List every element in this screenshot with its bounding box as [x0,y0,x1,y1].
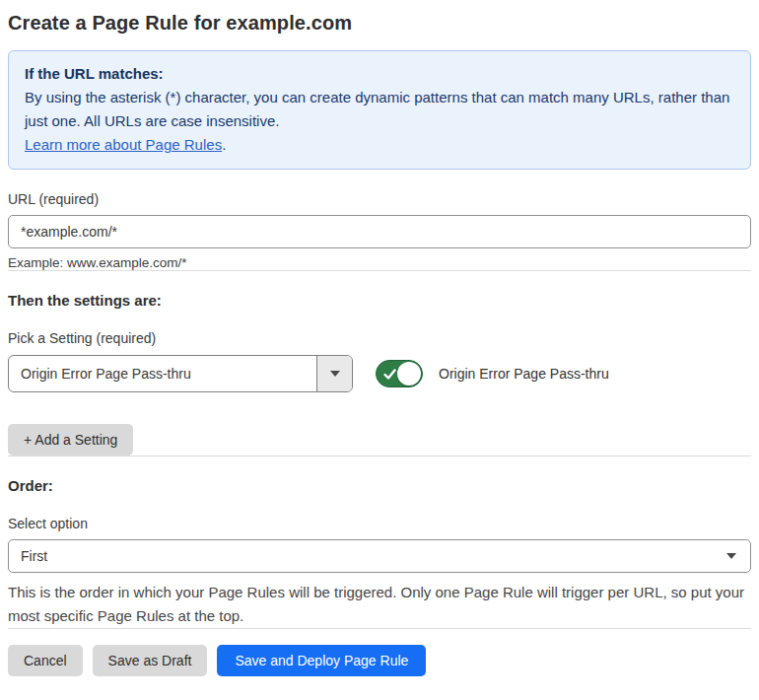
setting-dropdown-arrow-button[interactable] [316,356,352,391]
order-section-heading: Order: [8,477,751,494]
url-match-info-box: If the URL matches: By using the asteris… [8,50,751,170]
url-input[interactable] [8,215,751,248]
info-box-heading: If the URL matches: [25,62,734,86]
add-setting-button[interactable]: + Add a Setting [8,424,133,455]
url-field-label: URL (required) [8,191,751,207]
cancel-button[interactable]: Cancel [8,645,83,676]
settings-section-heading: Then the settings are: [8,292,751,309]
setting-row: Origin Error Page Pass-thru Origin Error… [8,355,751,392]
order-select[interactable]: First [8,539,751,573]
learn-more-link[interactable]: Learn more about Page Rules [25,136,222,153]
setting-toggle[interactable] [376,360,423,387]
link-suffix: . [222,136,226,153]
footer-actions: Cancel Save as Draft Save and Deploy Pag… [8,645,751,676]
save-as-draft-button[interactable]: Save as Draft [93,645,208,676]
order-select-label: Select option [8,516,751,531]
check-icon [383,368,396,381]
setting-dropdown-value: Origin Error Page Pass-thru [9,356,316,391]
setting-toggle-label: Origin Error Page Pass-thru [439,366,609,382]
create-page-rule-form: Create a Page Rule for example.com If th… [0,0,759,676]
pick-setting-label: Pick a Setting (required) [8,330,751,346]
order-help-text: This is the order in which your Page Rul… [8,581,747,628]
info-box-link-line: Learn more about Page Rules. [25,133,734,157]
divider [8,455,751,456]
order-select-value: First [9,540,750,572]
toggle-knob [397,362,421,385]
setting-dropdown[interactable]: Origin Error Page Pass-thru [8,355,353,392]
page-title: Create a Page Rule for example.com [8,12,751,35]
chevron-down-icon [330,371,340,377]
info-box-body: By using the asterisk (*) character, you… [25,86,734,133]
divider [8,628,751,629]
save-and-deploy-button[interactable]: Save and Deploy Page Rule [217,645,426,676]
chevron-down-icon [726,553,736,559]
url-example-hint: Example: www.example.com/* [8,255,751,270]
divider [8,270,751,271]
